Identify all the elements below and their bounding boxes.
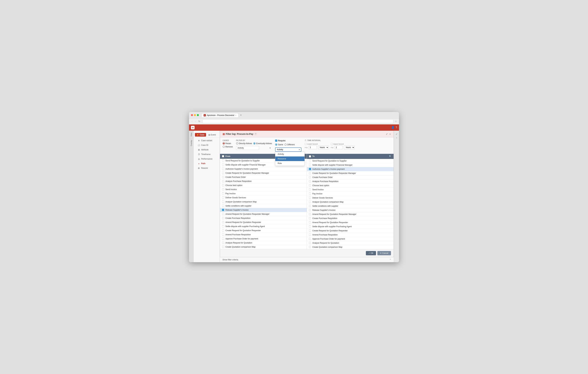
view-tab-label[interactable]: View xyxy=(190,131,193,138)
to-row-15-checkbox[interactable] xyxy=(309,221,311,224)
from-row-18-checkbox[interactable] xyxy=(222,234,224,235)
user-profile-icon[interactable]: 👤 xyxy=(391,126,395,129)
lower-bound-unit-select[interactable]: hours xyxy=(318,145,329,150)
from-row-20[interactable]: Analyze Request for Quotation xyxy=(220,241,307,245)
to-row-12-checkbox[interactable] xyxy=(309,209,311,211)
to-row-16[interactable]: Settle dispute with supplier Purchasing … xyxy=(307,224,394,229)
to-row-1-checkbox[interactable] xyxy=(309,164,311,166)
require-checkbox[interactable]: ✓ xyxy=(275,139,277,142)
bookmark-icon[interactable]: ☆ xyxy=(395,120,397,123)
sidebar-item-case-variant[interactable]: ✕ Case variant xyxy=(194,139,219,143)
to-row-18[interactable]: Amend Purchase Requisition xyxy=(307,233,394,237)
to-row-5-checkbox[interactable] xyxy=(309,180,311,182)
upper-bound-input[interactable] xyxy=(335,146,343,149)
same-radio[interactable]: Same xyxy=(275,143,283,146)
from-row-12-checkbox[interactable]: ✓ xyxy=(222,209,224,211)
to-row-0-checkbox[interactable] xyxy=(309,160,311,162)
to-row-6[interactable]: Choose best option xyxy=(307,183,394,188)
to-row-3[interactable]: Create Request for Quotation Requester M… xyxy=(307,171,394,175)
to-row-10-checkbox[interactable] xyxy=(309,201,311,203)
to-row-7-checkbox[interactable] xyxy=(309,189,311,191)
from-row-14-checkbox[interactable] xyxy=(222,217,224,219)
to-row-15[interactable]: Amend Request for Quotation Requester xyxy=(307,221,394,224)
directly-follows-radio[interactable]: Directly-follows xyxy=(236,142,252,145)
to-row-17-checkbox[interactable] xyxy=(309,230,311,232)
reload-button[interactable]: ↻ xyxy=(198,119,201,123)
cancel-button[interactable]: ✕ Cancel xyxy=(377,251,391,255)
sidebar-item-case-id[interactable]: ⚪ Case ID xyxy=(194,143,219,148)
minimize-window-button[interactable] xyxy=(194,114,196,116)
back-button[interactable]: ‹ xyxy=(191,119,193,123)
to-row-11[interactable]: Settle conditions with supplier xyxy=(307,204,394,208)
to-row-21[interactable]: Create Quotation comparison Map xyxy=(307,245,394,249)
filter-criteria-collapse-icon[interactable]: ⌃ xyxy=(389,259,391,261)
to-row-11-checkbox[interactable] xyxy=(309,205,311,207)
to-row-17[interactable]: Create Request for Quotation Requester xyxy=(307,229,394,233)
to-row-2-checkbox[interactable]: ✓ xyxy=(309,168,311,170)
to-row-18-checkbox[interactable] xyxy=(309,234,311,236)
to-row-20-checkbox[interactable] xyxy=(309,242,311,244)
dialog-help-button[interactable]: ? xyxy=(254,133,257,135)
to-row-12[interactable]: Release Supplier's Invoice xyxy=(307,208,394,212)
to-row-1[interactable]: Settle dispute with supplier Financial M… xyxy=(307,163,394,167)
from-row-4[interactable]: Create Purchase Order xyxy=(220,175,307,179)
from-row-17[interactable]: Create Request for Quotation Requester xyxy=(220,229,307,233)
from-row-1-checkbox[interactable] xyxy=(222,164,224,166)
lower-bound-checkbox[interactable] xyxy=(305,143,307,145)
from-row-8[interactable]: Pay invoice xyxy=(220,192,307,196)
from-row-19-checkbox[interactable] xyxy=(222,238,224,240)
to-row-5[interactable]: Analyze Purchase Requisition xyxy=(307,180,394,183)
from-row-10-checkbox[interactable] xyxy=(222,201,224,203)
filter-option-resource[interactable]: Resource xyxy=(275,156,304,161)
from-row-9[interactable]: Deliver Goods Services xyxy=(220,196,307,200)
to-row-9[interactable]: Deliver Goods Services xyxy=(307,196,394,200)
to-row-19[interactable]: Approve Purchase Order for payment xyxy=(307,237,394,241)
from-row-15-checkbox[interactable] xyxy=(222,221,224,223)
from-row-2-checkbox[interactable] xyxy=(222,168,224,170)
from-row-20-checkbox[interactable] xyxy=(222,242,224,244)
to-row-9-checkbox[interactable] xyxy=(309,197,311,199)
from-row-11[interactable]: Settle conditions with supplier xyxy=(220,204,307,208)
to-row-0[interactable]: Send Request for Quotation to Supplier xyxy=(307,159,394,163)
from-row-8-checkbox[interactable] xyxy=(222,192,224,194)
from-row-5[interactable]: Analyze Purchase Requisition xyxy=(220,179,307,183)
lower-bound-input[interactable] xyxy=(309,146,317,149)
from-row-11-checkbox[interactable] xyxy=(222,205,224,207)
from-row-3-checkbox[interactable] xyxy=(222,172,224,174)
to-row-4[interactable]: Create Purchase Order xyxy=(307,175,394,180)
from-row-14[interactable]: Create Purchase Requisition xyxy=(220,216,307,220)
filter-option-activity[interactable]: Activity xyxy=(275,152,304,156)
to-row-10[interactable]: Analyze Quotation comparison Map xyxy=(307,200,394,204)
from-row-19[interactable]: Approve Purchase Order for payment xyxy=(220,237,307,241)
upper-bound-checkbox[interactable] xyxy=(331,143,333,145)
from-row-7[interactable]: Send invoice xyxy=(220,188,307,192)
to-row-8-checkbox[interactable] xyxy=(309,192,311,195)
remove-radio[interactable]: Remove xyxy=(223,146,233,148)
close-window-button[interactable] xyxy=(191,114,193,116)
url-bar[interactable] xyxy=(202,119,394,123)
from-row-0-checkbox[interactable] xyxy=(222,160,224,162)
to-select-all-checkbox[interactable] xyxy=(309,155,311,158)
activity-select[interactable]: Activity xyxy=(236,146,259,150)
upper-bound-unit-select[interactable]: hours xyxy=(344,145,355,150)
event-tab[interactable]: ▤ Event xyxy=(207,133,218,137)
tab-close-button[interactable]: × xyxy=(235,114,236,116)
from-row-21-checkbox[interactable] xyxy=(222,246,224,248)
from-row-9-checkbox[interactable] xyxy=(222,196,224,199)
from-row-6-checkbox[interactable] xyxy=(222,184,224,186)
from-select-all-checkbox[interactable] xyxy=(222,155,224,157)
from-row-4-checkbox[interactable] xyxy=(222,176,224,178)
from-row-3[interactable]: Create Request for Quotation Requester M… xyxy=(220,171,307,175)
maximize-window-button[interactable] xyxy=(197,114,199,116)
from-row-6[interactable]: Choose best option xyxy=(220,183,307,188)
filter-criteria-label[interactable]: Show filter criteria xyxy=(222,259,238,261)
to-row-13[interactable]: Amend Request for Quotation Requester Ma… xyxy=(307,212,394,216)
to-table-search-icon[interactable]: 🔍 xyxy=(389,155,392,158)
case-tab[interactable]: ⚡ Case xyxy=(195,133,206,137)
to-row-19-checkbox[interactable] xyxy=(309,238,311,240)
to-row-4-checkbox[interactable] xyxy=(309,176,311,178)
from-row-16-checkbox[interactable] xyxy=(222,225,224,227)
to-row-13-checkbox[interactable] xyxy=(309,213,311,215)
sidebar-item-rework[interactable]: ⚙ Rework xyxy=(194,166,219,171)
right-expand-icon[interactable]: ⤢ xyxy=(395,132,398,136)
